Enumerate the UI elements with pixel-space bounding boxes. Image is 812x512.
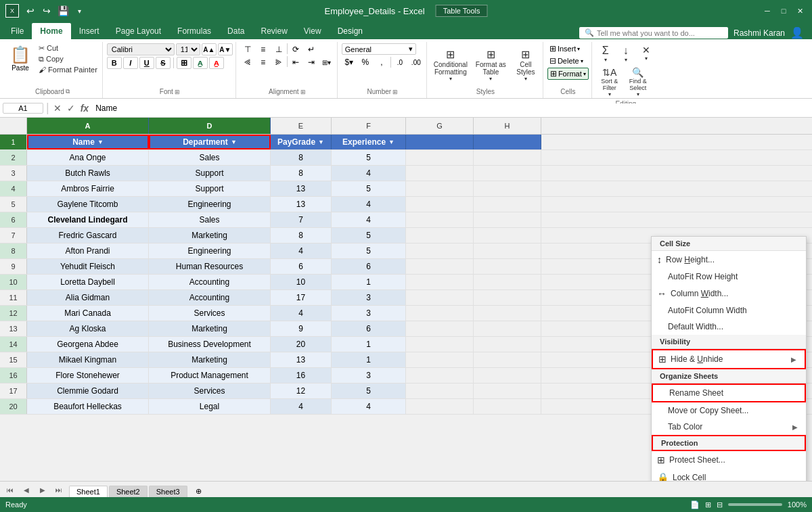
col-header-g[interactable]: G [406,118,474,134]
cell-d15[interactable]: Marketing [149,352,271,367]
close-btn[interactable]: ✕ [793,4,807,18]
move-copy-sheet-item[interactable]: Move or Copy Sheet... [652,402,806,419]
row-num-12[interactable]: 12 [0,306,27,321]
col-header-f[interactable]: F [332,118,406,134]
cell-a4[interactable]: Ambros Fairrie [27,181,149,196]
cell-e2[interactable]: 8 [271,150,332,165]
cell-e4[interactable]: 13 [271,181,332,196]
sheet-last-btn[interactable]: ⏭ [51,482,66,497]
cell-g1[interactable] [406,135,474,149]
cell-h16[interactable] [474,368,541,383]
cell-h2[interactable] [474,150,541,165]
confirm-formula-icon[interactable]: ✓ [66,101,76,115]
formula-input[interactable] [93,103,809,113]
find-select-button[interactable]: 🔍 Find &Select ▾ [625,66,652,99]
cell-f12[interactable]: 3 [332,306,406,321]
cell-d5[interactable]: Engineering [149,197,271,212]
cell-a13[interactable]: Ag Kloska [27,321,149,336]
cell-a7[interactable]: Fredric Gascard [27,228,149,243]
cell-g7[interactable] [406,228,474,243]
merge-btn[interactable]: ⊞▾ [319,56,334,68]
minimize-btn[interactable]: ─ [761,4,774,18]
underline-button[interactable]: U [139,57,154,69]
cell-e14[interactable]: 20 [271,337,332,352]
sort-filter-button[interactable]: ⇅A Sort &Filter ▾ [596,66,623,99]
cell-g12[interactable] [406,306,474,321]
cell-f20[interactable]: 4 [332,399,406,414]
cell-d17[interactable]: Services [149,383,271,398]
cell-g9[interactable] [406,259,474,274]
cell-d11[interactable]: Accounting [149,290,271,305]
cell-a16[interactable]: Flore Stonehewer [27,368,149,383]
row-num-16[interactable]: 16 [0,368,27,383]
cell-f11[interactable]: 3 [332,290,406,305]
row-height-item[interactable]: ↕ Row Height... [652,251,806,269]
strikethrough-button[interactable]: S [156,57,171,69]
cell-f14[interactable]: 1 [332,337,406,352]
row-num-10[interactable]: 10 [0,275,27,289]
col-header-e[interactable]: E [271,118,332,134]
fill-button[interactable]: ↓ ▾ [616,43,635,64]
row-num-20[interactable]: 20 [0,399,27,414]
cell-d2[interactable]: Sales [149,150,271,165]
cell-f15[interactable]: 1 [332,352,406,367]
hide-unhide-item[interactable]: ⊞ Hide & Unhide ▶ [652,349,806,369]
cell-g5[interactable] [406,197,474,212]
font-name-dropdown[interactable]: Calibri [107,43,175,55]
clear-button[interactable]: ✕ ▾ [637,43,656,64]
format-button[interactable]: ⊞ Format ▾ [547,68,589,80]
cell-h17[interactable] [474,383,541,398]
cell-g13[interactable] [406,321,474,336]
decrease-decimal-btn[interactable]: .00 [409,56,424,68]
rename-sheet-item[interactable]: Rename Sheet [652,383,806,402]
copy-button[interactable]: ⧉ Copy [37,54,99,64]
cell-g20[interactable] [406,399,474,414]
select-all-corner[interactable] [0,118,27,134]
cell-f16[interactable]: 3 [332,368,406,383]
cell-f4[interactable]: 5 [332,181,406,196]
align-center-btn[interactable]: ≡ [256,56,271,68]
number-expand[interactable]: ⊞ [392,89,398,95]
cell-g3[interactable] [406,166,474,181]
sheet-prev-btn[interactable]: ◀ [19,482,34,497]
tab-review[interactable]: Review [252,23,295,39]
save-btn[interactable]: 💾 [55,3,70,18]
row-num-14[interactable]: 14 [0,337,27,352]
cell-d6[interactable]: Sales [149,212,271,227]
autofit-col-width-item[interactable]: AutoFit Column Width [652,302,806,319]
cell-e9[interactable]: 6 [271,259,332,274]
sheet-first-btn[interactable]: ⏮ [3,482,18,497]
cell-d8[interactable]: Engineering [149,243,271,258]
fill-color-button[interactable]: A̲ [193,57,208,69]
row-num-4[interactable]: 4 [0,181,27,196]
paste-button[interactable]: 📋 Paste [5,43,35,73]
clipboard-expand[interactable]: ⧉ [66,88,70,95]
tab-home[interactable]: Home [32,23,70,39]
cell-e10[interactable]: 10 [271,275,332,289]
cell-f5[interactable]: 4 [332,197,406,212]
cell-a20[interactable]: Beaufort Helleckas [27,399,149,414]
cell-h1[interactable] [474,135,541,149]
align-right-btn[interactable]: ⫸ [271,56,286,68]
row-num-8[interactable]: 8 [0,243,27,258]
default-width-item[interactable]: Default Width... [652,319,806,335]
zoom-slider[interactable] [728,503,782,506]
cell-g6[interactable] [406,212,474,227]
normal-view-btn[interactable]: ⊞ [705,501,711,509]
cell-styles-btn[interactable]: ⊞ CellStyles ▾ [512,47,540,83]
customize-qa-btn[interactable]: ▾ [72,3,87,18]
autosum-button[interactable]: Σ ▾ [596,43,615,64]
alignment-expand[interactable]: ⊞ [300,89,306,95]
cell-g8[interactable] [406,243,474,258]
cell-f9[interactable]: 6 [332,259,406,274]
align-left-btn[interactable]: ⫷ [240,56,255,68]
align-top-btn[interactable]: ⊤ [240,43,255,55]
cell-f3[interactable]: 4 [332,166,406,181]
increase-decimal-btn[interactable]: .0 [392,56,407,68]
cell-e6[interactable]: 7 [271,212,332,227]
cell-h5[interactable] [474,197,541,212]
currency-btn[interactable]: $▾ [342,56,357,68]
cell-d20[interactable]: Legal [149,399,271,414]
cell-a9[interactable]: Yehudit Fleisch [27,259,149,274]
name-filter-icon[interactable]: ▼ [97,139,104,145]
